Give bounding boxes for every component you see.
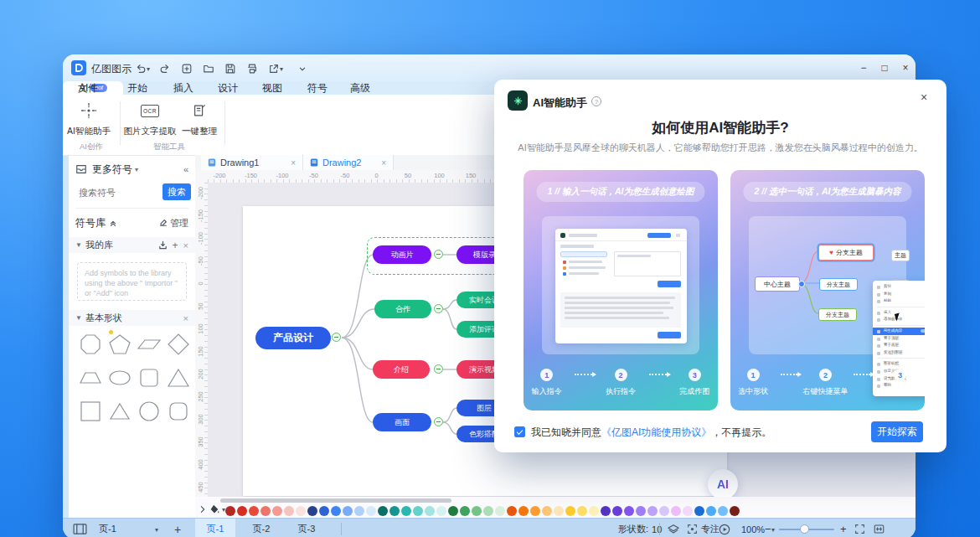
collapse-node-icon[interactable] — [434, 364, 443, 374]
tab-symbols[interactable]: 符号 — [307, 81, 328, 95]
zoom-slider-knob[interactable] — [800, 524, 809, 534]
palette-color[interactable] — [565, 506, 575, 516]
palette-color[interactable] — [554, 506, 564, 516]
close-tab-icon[interactable]: × — [381, 158, 386, 168]
palette-color[interactable] — [425, 506, 435, 516]
close-button[interactable]: × — [896, 59, 915, 76]
share-caret-icon[interactable]: ▾ — [280, 65, 283, 73]
palette-color[interactable] — [647, 506, 658, 516]
basic-shapes-section[interactable]: ▼ 基本形状 × — [69, 310, 195, 326]
import-icon[interactable] — [158, 240, 168, 250]
shape-ellipse[interactable] — [107, 365, 132, 394]
layers-icon[interactable] — [668, 519, 679, 537]
start-explore-button[interactable]: 开始探索 — [871, 421, 923, 442]
mindmap-branch-node[interactable]: 动画片 — [373, 245, 431, 264]
close-section-icon[interactable]: × — [183, 313, 188, 323]
mindmap-branch-node[interactable]: 介绍 — [373, 360, 430, 379]
tab-insert[interactable]: 插入 — [173, 81, 193, 95]
shape-rounded-square[interactable] — [137, 365, 162, 394]
fullscreen-icon[interactable] — [854, 519, 865, 537]
palette-color[interactable] — [401, 506, 411, 516]
tab-file[interactable]: 文件 — [78, 81, 98, 95]
palette-collapse-icon[interactable] — [199, 505, 207, 514]
dialog-close-icon[interactable]: × — [921, 90, 927, 104]
palette-color[interactable] — [659, 506, 669, 516]
shape-circle[interactable] — [137, 399, 162, 427]
palette-color[interactable] — [542, 506, 552, 516]
palette-color[interactable] — [694, 506, 704, 516]
palette-color[interactable] — [284, 506, 294, 516]
collapse-panel-icon[interactable]: « — [183, 164, 188, 174]
page-layout-icon[interactable] — [73, 519, 87, 537]
undo-caret-icon[interactable]: ▾ — [147, 65, 150, 73]
palette-color[interactable] — [601, 506, 611, 516]
ai-fab-button[interactable]: AI — [708, 469, 738, 499]
palette-color[interactable] — [589, 506, 599, 516]
shape-square[interactable] — [78, 399, 103, 427]
tab-home[interactable]: 开始 — [127, 81, 147, 95]
add-page-button[interactable]: + — [174, 519, 181, 537]
undo-icon[interactable] — [134, 62, 147, 75]
palette-color[interactable] — [389, 506, 400, 516]
page-tab-1[interactable]: 页-1 — [195, 519, 235, 537]
palette-color[interactable] — [448, 506, 458, 516]
palette-color[interactable] — [260, 506, 271, 516]
palette-color[interactable] — [671, 506, 681, 516]
zoom-in-button[interactable]: + — [840, 519, 847, 537]
collapse-all-icon[interactable] — [109, 219, 117, 227]
presentation-play-icon[interactable] — [719, 519, 730, 537]
symbol-search-input[interactable] — [77, 183, 161, 202]
palette-color[interactable] — [518, 506, 529, 516]
palette-color[interactable] — [460, 506, 470, 516]
page-selector[interactable]: 页-1 — [99, 519, 116, 537]
palette-color[interactable] — [413, 506, 423, 516]
palette-color[interactable] — [436, 506, 446, 516]
shape-trapezoid[interactable] — [78, 365, 103, 394]
shape-triangle[interactable] — [107, 399, 132, 427]
drawing-tab-2[interactable]: Drawing2 × — [303, 155, 394, 170]
agreement-link[interactable]: 《亿图AI功能使用协议》 — [601, 426, 711, 438]
palette-color[interactable] — [307, 506, 317, 516]
add-icon[interactable]: + — [173, 240, 178, 251]
ai-assistant-button[interactable]: AI智能助手 — [63, 100, 118, 137]
mindmap-branch-node[interactable]: 合作 — [374, 300, 431, 318]
collapse-node-icon[interactable] — [434, 250, 443, 259]
print-icon[interactable] — [245, 62, 258, 75]
palette-color[interactable] — [354, 506, 364, 516]
palette-color[interactable] — [225, 506, 235, 516]
palette-color[interactable] — [683, 506, 693, 516]
tab-advanced[interactable]: 高级 — [350, 81, 370, 95]
shape-octagon[interactable] — [78, 332, 103, 360]
zoom-out-button[interactable]: − — [765, 519, 771, 537]
palette-color[interactable] — [730, 506, 740, 516]
maximize-button[interactable]: □ — [875, 59, 894, 76]
palette-color[interactable] — [507, 506, 517, 516]
palette-color[interactable] — [237, 506, 247, 516]
horizontal-scrollbar[interactable] — [220, 498, 451, 503]
save-icon[interactable] — [224, 62, 236, 75]
close-tab-icon[interactable]: × — [291, 158, 296, 168]
tab-view[interactable]: 视图 — [262, 81, 282, 95]
close-section-icon[interactable]: × — [183, 240, 188, 250]
tab-design[interactable]: 设计 — [218, 81, 238, 95]
palette-color[interactable] — [706, 506, 716, 516]
fit-width-icon[interactable] — [874, 519, 885, 537]
palette-color[interactable] — [343, 506, 353, 516]
palette-color[interactable] — [530, 506, 540, 516]
help-icon[interactable]: ? — [591, 96, 601, 106]
manage-library-link[interactable]: 管理 — [159, 217, 188, 230]
share-icon[interactable] — [267, 62, 280, 75]
shape-rounded-square[interactable] — [166, 399, 191, 427]
new-document-icon[interactable] — [180, 62, 193, 75]
palette-color[interactable] — [296, 506, 306, 516]
palette-color[interactable] — [612, 506, 622, 516]
palette-color[interactable] — [272, 506, 282, 516]
minimize-button[interactable]: − — [854, 59, 873, 76]
my-library-section[interactable]: ▼ 我的库 + × — [69, 237, 195, 253]
shape-parallelogram[interactable] — [137, 332, 162, 360]
palette-color[interactable] — [624, 506, 634, 516]
one-click-tidy-button[interactable]: 一键整理 — [170, 100, 229, 137]
shape-diamond[interactable] — [166, 332, 191, 360]
zoom-level[interactable]: 100% — [741, 519, 765, 537]
drawing-tab-1[interactable]: Drawing1 × — [201, 155, 303, 170]
